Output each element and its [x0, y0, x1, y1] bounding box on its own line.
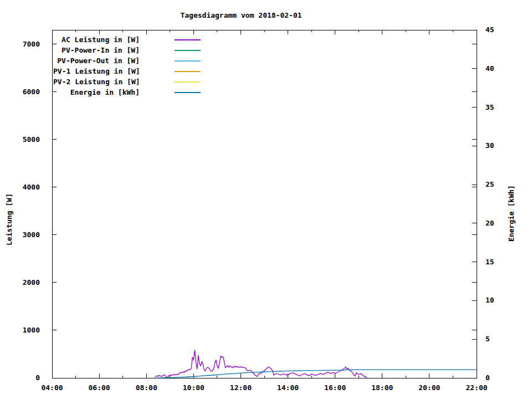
tick-label: 15	[485, 258, 494, 266]
legend: AC Leistung in [W] PV-Power-In in [W] PV…	[53, 34, 201, 98]
tick-label: 10	[485, 296, 494, 304]
tick-label: 0	[0, 374, 40, 382]
tick-label: 40	[485, 64, 494, 73]
y-axis-label-left: Leistung [W]	[5, 193, 13, 245]
tick-label: 6000	[0, 88, 40, 96]
tick-label: 14:00	[272, 383, 305, 392]
tick-label: 45	[485, 25, 494, 34]
legend-row-ac-leistung: AC Leistung in [W]	[53, 34, 201, 45]
tick-label: 22:00	[460, 383, 493, 392]
tick-label: 5000	[0, 135, 40, 144]
tick-label: 04:00	[35, 383, 69, 392]
tick-label: 7000	[0, 40, 40, 48]
tick-label: 25	[485, 180, 494, 188]
tick-label: 08:00	[130, 383, 163, 392]
legend-line-sample-icon	[175, 71, 201, 72]
legend-line-sample-icon	[175, 60, 201, 62]
legend-label: Energie in [kWh]	[53, 88, 140, 96]
tick-label: 18:00	[366, 383, 399, 392]
tick-label: 16:00	[319, 383, 352, 392]
tick-label: 10:00	[177, 383, 210, 392]
legend-label: PV-Power-Out in [W]	[53, 57, 140, 65]
tick-label: 20:00	[413, 383, 446, 392]
tick-label: 20	[485, 219, 494, 227]
tick-label: 30	[485, 141, 494, 150]
legend-label: PV-1 Leistung in [W]	[53, 67, 140, 75]
tick-label: 06:00	[83, 383, 116, 392]
tick-label: 5	[485, 335, 490, 343]
legend-label: PV-Power-In in [W]	[53, 46, 140, 54]
tick-label: 35	[485, 103, 494, 111]
legend-row-pv1-leistung: PV-1 Leistung in [W]	[53, 66, 201, 76]
tick-label: 0	[485, 374, 490, 382]
legend-label: AC Leistung in [W]	[53, 35, 140, 44]
legend-row-energie: Energie in [kWh]	[53, 87, 201, 98]
legend-row-pv2-leistung: PV-2 Leistung in [W]	[53, 76, 201, 87]
legend-row-pv-power-out: PV-Power-Out in [W]	[53, 55, 201, 66]
tick-label: 4000	[0, 183, 40, 191]
legend-line-sample-icon	[175, 50, 201, 51]
legend-label: PV-2 Leistung in [W]	[53, 78, 140, 86]
daily-pv-chart: Tagesdiagramm vom 2018-02-01 01000200030…	[0, 0, 532, 399]
series-line	[155, 350, 367, 378]
legend-line-sample-icon	[175, 39, 201, 40]
tick-label: 1000	[0, 326, 40, 334]
legend-line-sample-icon	[175, 81, 201, 83]
tick-label: 12:00	[224, 383, 257, 392]
tick-label: 2000	[0, 278, 40, 287]
y-axis-label-right: Energie [kWh]	[507, 185, 515, 242]
legend-row-pv-power-in: PV-Power-In in [W]	[53, 45, 201, 55]
legend-line-sample-icon	[175, 92, 201, 93]
